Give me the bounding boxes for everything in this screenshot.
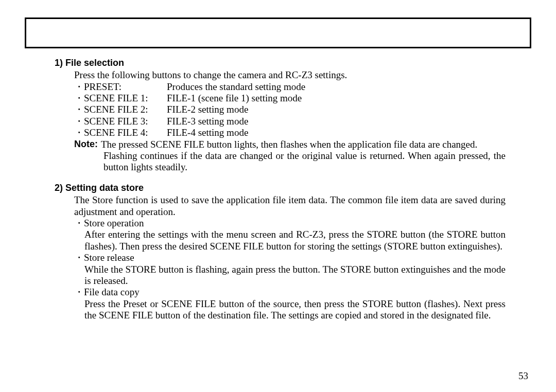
list-item-label: ・SCENE FILE 2: <box>74 104 167 115</box>
page-number: 53 <box>518 370 528 382</box>
top-banner-box <box>25 17 531 48</box>
sub-item-body: Press the Preset or SCENE FILE button of… <box>74 298 506 322</box>
list-item-desc: Produces the standard setting mode <box>167 81 506 93</box>
note-line2: Flashing continues if the data are chang… <box>74 150 506 173</box>
list-item-label: ・SCENE FILE 3: <box>74 116 167 127</box>
sub-item-label: ・Store release <box>74 252 506 263</box>
section2-intro: The Store function is used to save the a… <box>74 194 506 218</box>
section1-body: Press the following buttons to change th… <box>55 69 506 173</box>
sub-item-body: After entering the settings with the men… <box>74 229 506 252</box>
list-item-desc: FILE-4 setting mode <box>167 127 506 138</box>
section-gap <box>55 173 506 183</box>
sub-item-label: ・Store operation <box>74 218 506 229</box>
section2-heading: 2) Setting data store <box>55 183 506 193</box>
section1-intro: Press the following buttons to change th… <box>74 69 506 81</box>
sub-item: ・Store operation After entering the sett… <box>74 218 506 252</box>
section1-heading: 1) File selection <box>55 58 506 68</box>
list-item-label: ・PRESET: <box>74 81 167 93</box>
list-item-desc: FILE-1 (scene file 1) setting mode <box>167 93 506 104</box>
sub-item: ・File data copy Press the Preset or SCEN… <box>74 287 506 321</box>
list-item-label: ・SCENE FILE 1: <box>74 93 167 104</box>
note-row: Note: The pressed SCENE FILE button ligh… <box>74 139 506 150</box>
note-label: Note: <box>74 139 101 150</box>
note-line1: The pressed SCENE FILE button lights, th… <box>101 139 506 150</box>
list-item-desc: FILE-2 setting mode <box>167 104 506 115</box>
list-item-desc: FILE-3 setting mode <box>167 116 506 127</box>
page: 1) File selection Press the following bu… <box>0 0 556 392</box>
sub-item: ・Store release While the STORE button is… <box>74 252 506 287</box>
section2-body: The Store function is used to save the a… <box>55 194 506 321</box>
section1-definition-list: ・PRESET: Produces the standard setting m… <box>74 81 506 139</box>
list-item-label: ・SCENE FILE 4: <box>74 127 167 138</box>
sub-item-label: ・File data copy <box>74 287 506 298</box>
sub-item-body: While the STORE button is flashing, agai… <box>74 264 506 287</box>
content-area: 1) File selection Press the following bu… <box>25 58 531 322</box>
